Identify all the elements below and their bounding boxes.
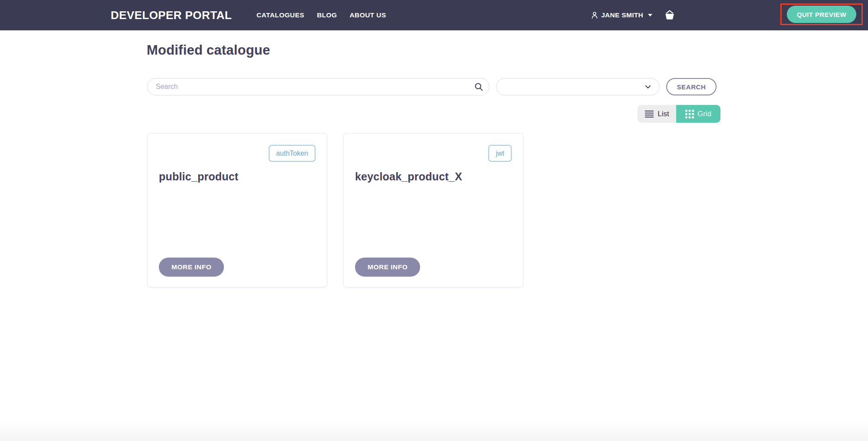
search-input[interactable] xyxy=(147,78,490,95)
grid-icon xyxy=(685,110,694,118)
list-view-label: List xyxy=(658,110,669,118)
view-toggle: List Grid xyxy=(638,105,720,123)
annotation-highlight: QUIT PREVIEW xyxy=(780,3,863,25)
more-info-button[interactable]: MORE INFO xyxy=(159,258,224,277)
chevron-down-icon xyxy=(648,14,652,16)
product-grid: authToken public_product MORE INFO jwt k… xyxy=(147,133,523,287)
search-row: SEARCH xyxy=(147,78,717,95)
quit-preview-button[interactable]: QUIT PREVIEW xyxy=(787,6,856,23)
search-icon[interactable] xyxy=(473,82,484,92)
list-icon xyxy=(644,110,654,118)
basket-icon xyxy=(664,10,675,21)
top-navbar: DEVELOPER PORTAL CATALOGUES BLOG ABOUT U… xyxy=(0,0,868,30)
main-nav: CATALOGUES BLOG ABOUT US xyxy=(256,11,386,19)
product-title: public_product xyxy=(159,170,316,183)
product-badge: authToken xyxy=(269,145,316,162)
product-card: jwt keycloak_product_X MORE INFO xyxy=(343,133,523,287)
nav-item-blog[interactable]: BLOG xyxy=(317,11,337,19)
main-content: Modified catalogue SE xyxy=(0,30,868,441)
more-info-button[interactable]: MORE INFO xyxy=(355,258,420,277)
search-field xyxy=(147,78,490,95)
list-view-button[interactable]: List xyxy=(638,105,676,123)
header-right-group: JANE SMITH xyxy=(590,10,675,21)
filter-select[interactable] xyxy=(496,78,660,95)
developer-portal-page: DEVELOPER PORTAL CATALOGUES BLOG ABOUT U… xyxy=(0,0,868,441)
nav-item-about-us[interactable]: ABOUT US xyxy=(350,11,386,19)
chevron-down-icon xyxy=(644,82,652,91)
page-title: Modified catalogue xyxy=(147,42,270,58)
grid-view-label: Grid xyxy=(697,110,711,118)
bottom-shadow xyxy=(0,421,868,441)
search-button[interactable]: SEARCH xyxy=(666,78,717,95)
user-name: JANE SMITH xyxy=(601,11,643,19)
app-logo[interactable]: DEVELOPER PORTAL xyxy=(111,9,232,22)
product-title: keycloak_product_X xyxy=(355,170,512,183)
product-card: authToken public_product MORE INFO xyxy=(147,133,327,287)
user-menu[interactable]: JANE SMITH xyxy=(590,11,652,20)
nav-item-catalogues[interactable]: CATALOGUES xyxy=(256,11,304,19)
user-icon xyxy=(590,11,599,20)
basket-button[interactable] xyxy=(664,10,675,21)
grid-view-button[interactable]: Grid xyxy=(676,105,720,123)
product-badge: jwt xyxy=(488,145,512,162)
